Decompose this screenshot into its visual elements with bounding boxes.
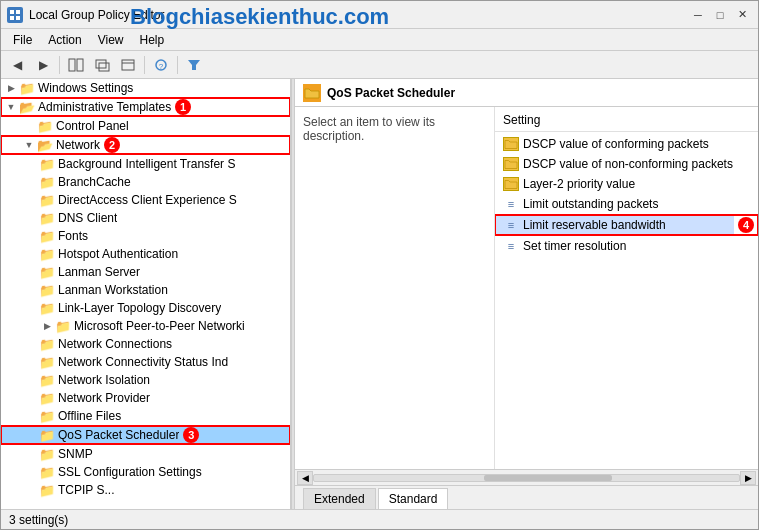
- folder-icon-qos-packet: 📁: [39, 428, 55, 442]
- svg-rect-8: [122, 60, 134, 70]
- setting-item-set-timer[interactable]: ≡ Set timer resolution: [495, 236, 758, 256]
- expand-microsoft-peer[interactable]: ▶: [39, 321, 55, 331]
- setting-item-layer2-priority[interactable]: Layer-2 priority value: [495, 174, 758, 194]
- folder-icon-windows-settings: 📁: [19, 81, 35, 95]
- tree-item-tcpip[interactable]: 📁 TCPIP S...: [1, 481, 290, 499]
- label-hotspot: Hotspot Authentication: [58, 247, 178, 261]
- filter-button[interactable]: [182, 54, 206, 76]
- left-panel: ▶ 📁 Windows Settings ▼ 📂 Administrative …: [1, 79, 291, 509]
- forward-button[interactable]: ▶: [31, 54, 55, 76]
- label-dns-client: DNS Client: [58, 211, 117, 225]
- tree-item-dns-client[interactable]: 📁 DNS Client: [1, 209, 290, 227]
- menu-action[interactable]: Action: [40, 31, 89, 49]
- tree-item-background[interactable]: 📁 Background Intelligent Transfer S: [1, 155, 290, 173]
- doc-icon-set-timer: ≡: [503, 239, 519, 253]
- menu-bar: File Action View Help: [1, 29, 758, 51]
- folder-icon-background: 📁: [39, 157, 55, 171]
- folder-icon-admin-templates: 📂: [19, 100, 35, 114]
- setting-item-limit-outstanding[interactable]: ≡ Limit outstanding packets: [495, 194, 758, 214]
- svg-rect-1: [16, 10, 20, 14]
- properties-button[interactable]: [116, 54, 140, 76]
- back-button[interactable]: ◀: [5, 54, 29, 76]
- status-bar: 3 setting(s): [1, 509, 758, 529]
- right-body: Select an item to view its description. …: [295, 107, 758, 469]
- new-window-button[interactable]: [90, 54, 114, 76]
- tree-item-windows-settings[interactable]: ▶ 📁 Windows Settings: [1, 79, 290, 97]
- folder-icon-network-connectivity: 📁: [39, 355, 55, 369]
- svg-rect-0: [10, 10, 14, 14]
- folder-icon-lanman-workstation: 📁: [39, 283, 55, 297]
- svg-rect-6: [96, 60, 106, 68]
- scroll-left-button[interactable]: ◀: [297, 471, 313, 485]
- tree-item-branchcache[interactable]: 📁 BranchCache: [1, 173, 290, 191]
- right-panel-title: QoS Packet Scheduler: [327, 86, 455, 100]
- tree-item-control-panel[interactable]: 📁 Control Panel: [1, 117, 290, 135]
- tree-item-directaccess[interactable]: 📁 DirectAccess Client Experience S: [1, 191, 290, 209]
- tree-item-link-layer[interactable]: 📁 Link-Layer Topology Discovery: [1, 299, 290, 317]
- tree-item-lanman-server[interactable]: 📁 Lanman Server: [1, 263, 290, 281]
- folder-icon-hotspot: 📁: [39, 247, 55, 261]
- tree-item-network-connections[interactable]: 📁 Network Connections: [1, 335, 290, 353]
- close-button[interactable]: ✕: [732, 6, 752, 24]
- tree-item-snmp[interactable]: 📁 SNMP: [1, 445, 290, 463]
- label-fonts: Fonts: [58, 229, 88, 243]
- tree-item-network-connectivity[interactable]: 📁 Network Connectivity Status Ind: [1, 353, 290, 371]
- expand-windows-settings[interactable]: ▶: [3, 83, 19, 93]
- label-qos-packet: QoS Packet Scheduler: [58, 428, 179, 442]
- tree-item-ssl-config[interactable]: 📁 SSL Configuration Settings: [1, 463, 290, 481]
- folder-icon-network-provider: 📁: [39, 391, 55, 405]
- label-control-panel: Control Panel: [56, 119, 129, 133]
- tree-item-qos-packet[interactable]: 📁 QoS Packet Scheduler 3: [1, 426, 290, 444]
- tree-item-microsoft-peer[interactable]: ▶ 📁 Microsoft Peer-to-Peer Networki: [1, 317, 290, 335]
- menu-file[interactable]: File: [5, 31, 40, 49]
- badge-3: 3: [183, 427, 199, 443]
- label-network: Network: [56, 138, 100, 152]
- tree-item-offline-files[interactable]: 📁 Offline Files: [1, 407, 290, 425]
- horizontal-scrollbar[interactable]: ◀ ▶: [295, 469, 758, 485]
- label-branchcache: BranchCache: [58, 175, 131, 189]
- scroll-thumb: [484, 475, 612, 481]
- folder-icon-fonts: 📁: [39, 229, 55, 243]
- tab-extended[interactable]: Extended: [303, 488, 376, 509]
- main-window: Local Group Policy Editor Blogchiasekien…: [0, 0, 759, 530]
- label-dscp-nonconforming: DSCP value of non-conforming packets: [523, 157, 733, 171]
- label-dscp-conforming: DSCP value of conforming packets: [523, 137, 709, 151]
- tree-item-admin-templates[interactable]: ▼ 📂 Administrative Templates 1: [1, 98, 290, 116]
- show-hide-button[interactable]: [64, 54, 88, 76]
- toolbar: ◀ ▶ ?: [1, 51, 758, 79]
- tree-item-network-provider[interactable]: 📁 Network Provider: [1, 389, 290, 407]
- tree-item-lanman-workstation[interactable]: 📁 Lanman Workstation: [1, 281, 290, 299]
- help-button[interactable]: ?: [149, 54, 173, 76]
- folder-icon-network: 📂: [37, 138, 53, 152]
- tree-item-network-isolation[interactable]: 📁 Network Isolation: [1, 371, 290, 389]
- tab-standard-label: Standard: [389, 492, 438, 506]
- svg-rect-2: [10, 16, 14, 20]
- scroll-track: [313, 474, 740, 482]
- label-set-timer: Set timer resolution: [523, 239, 626, 253]
- right-panel: QoS Packet Scheduler Select an item to v…: [295, 79, 758, 509]
- expand-admin-templates[interactable]: ▼: [3, 102, 19, 112]
- expand-network[interactable]: ▼: [21, 140, 37, 150]
- svg-text:?: ?: [159, 62, 164, 71]
- tab-standard[interactable]: Standard: [378, 488, 449, 509]
- minimize-button[interactable]: ─: [688, 6, 708, 24]
- setting-item-dscp-nonconforming[interactable]: DSCP value of non-conforming packets: [495, 154, 758, 174]
- folder-icon-snmp: 📁: [39, 447, 55, 461]
- label-admin-templates: Administrative Templates: [38, 100, 171, 114]
- maximize-button[interactable]: □: [710, 6, 730, 24]
- tree-item-network[interactable]: ▼ 📂 Network 2: [1, 136, 290, 154]
- setting-item-dscp-conforming[interactable]: DSCP value of conforming packets: [495, 134, 758, 154]
- tree-item-fonts[interactable]: 📁 Fonts: [1, 227, 290, 245]
- menu-help[interactable]: Help: [132, 31, 173, 49]
- label-background: Background Intelligent Transfer S: [58, 157, 235, 171]
- app-icon: [7, 7, 23, 23]
- right-panel-header: QoS Packet Scheduler: [295, 79, 758, 107]
- svg-rect-5: [77, 59, 83, 71]
- setting-item-limit-reservable[interactable]: ≡ Limit reservable bandwidth: [495, 215, 734, 235]
- menu-view[interactable]: View: [90, 31, 132, 49]
- badge-1: 1: [175, 99, 191, 115]
- scroll-right-button[interactable]: ▶: [740, 471, 756, 485]
- tab-bar: Extended Standard: [295, 485, 758, 509]
- tree-item-hotspot[interactable]: 📁 Hotspot Authentication: [1, 245, 290, 263]
- folder-icon-tcpip: 📁: [39, 483, 55, 497]
